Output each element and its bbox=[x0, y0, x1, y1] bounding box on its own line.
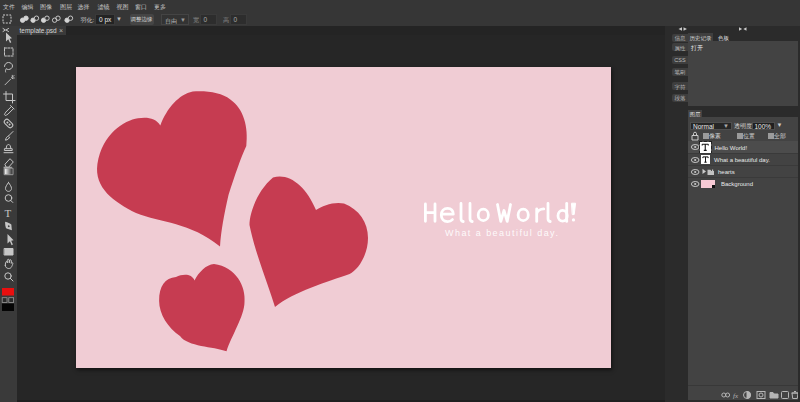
svg-text:What a beautiful day.: What a beautiful day. bbox=[445, 228, 559, 238]
svg-text:fx: fx bbox=[733, 392, 739, 400]
svg-text:T: T bbox=[5, 207, 12, 219]
